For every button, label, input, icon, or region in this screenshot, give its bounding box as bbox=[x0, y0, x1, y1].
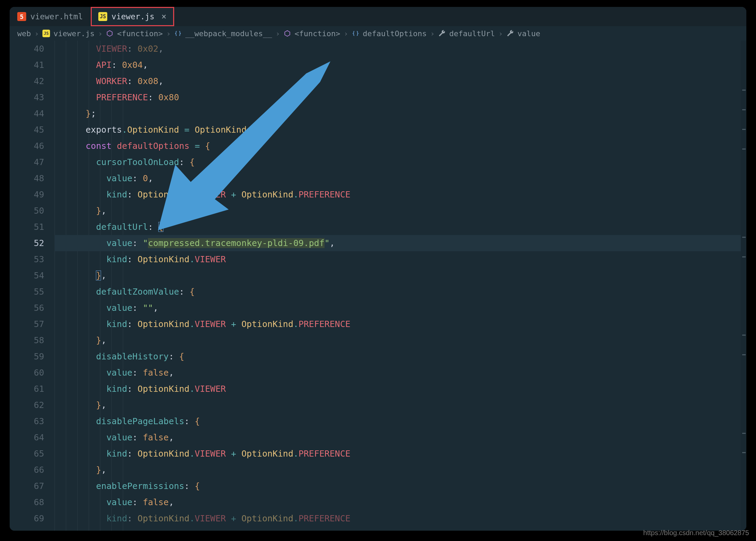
code-line[interactable]: kind: OptionKind.VIEWER + OptionKind.PRE… bbox=[54, 446, 746, 462]
code-line[interactable]: PREFERENCE: 0x80 bbox=[54, 89, 746, 105]
chevron-right-icon: › bbox=[166, 29, 171, 38]
breadcrumb-item[interactable]: web bbox=[17, 29, 31, 38]
code-line[interactable]: }, bbox=[54, 267, 746, 284]
code-line[interactable]: kind: OptionKind.VIEWER bbox=[54, 381, 746, 397]
html-file-icon: 5 bbox=[17, 12, 26, 21]
line-number: 46 bbox=[10, 138, 44, 154]
line-number: 42 bbox=[10, 73, 44, 89]
line-number: 51 bbox=[10, 219, 44, 235]
chevron-right-icon: › bbox=[430, 29, 435, 38]
js-file-icon: JS bbox=[98, 12, 107, 21]
code-line[interactable]: const defaultOptions = { bbox=[54, 138, 746, 154]
code-line[interactable]: disableHistory: { bbox=[54, 348, 746, 365]
tab-label: viewer.js bbox=[111, 12, 155, 21]
minimap-scrollbar[interactable] bbox=[741, 41, 746, 531]
line-number: 41 bbox=[10, 57, 44, 73]
line-number: 54 bbox=[10, 267, 44, 284]
code-line[interactable]: WORKER: 0x08, bbox=[54, 73, 746, 89]
line-number: 40 bbox=[10, 41, 44, 57]
line-number: 45 bbox=[10, 122, 44, 138]
breadcrumb-item[interactable]: <function> bbox=[295, 29, 340, 38]
line-number: 48 bbox=[10, 170, 44, 186]
line-number: 62 bbox=[10, 397, 44, 413]
braces-icon bbox=[352, 30, 359, 37]
line-number: 66 bbox=[10, 462, 44, 478]
cube-icon bbox=[284, 30, 291, 37]
line-number: 53 bbox=[10, 251, 44, 267]
breadcrumb-item[interactable]: defaultUrl bbox=[449, 29, 495, 38]
code-line[interactable]: }, bbox=[54, 332, 746, 348]
code-line[interactable]: }, bbox=[54, 462, 746, 478]
wrench-icon bbox=[438, 30, 446, 37]
line-number: 50 bbox=[10, 203, 44, 219]
braces-icon bbox=[174, 30, 182, 37]
code-line[interactable]: }, bbox=[54, 397, 746, 413]
code-line[interactable]: exports.OptionKind = OptionKind; bbox=[54, 122, 746, 138]
chevron-right-icon: › bbox=[34, 29, 39, 38]
breadcrumb-item[interactable]: value bbox=[517, 29, 540, 38]
code-line[interactable]: VIEWER: 0x02, bbox=[54, 41, 746, 57]
code-line[interactable]: kind: OptionKind.VIEWER bbox=[54, 251, 746, 267]
tab-viewer-html[interactable]: 5viewer.html bbox=[10, 7, 91, 26]
chevron-right-icon: › bbox=[98, 29, 102, 38]
line-number: 57 bbox=[10, 316, 44, 332]
code-line[interactable]: value: false, bbox=[54, 429, 746, 446]
line-number: 69 bbox=[10, 510, 44, 527]
code-area[interactable]: 4041424344454647484950515253545556575859… bbox=[10, 41, 746, 531]
close-icon[interactable]: × bbox=[161, 12, 166, 21]
code-line[interactable]: value: "compressed.tracemonkey-pldi-09.p… bbox=[54, 235, 746, 251]
line-number: 64 bbox=[10, 429, 44, 446]
code-line[interactable]: value: false, bbox=[54, 494, 746, 510]
line-number: 56 bbox=[10, 300, 44, 316]
tab-viewer-js[interactable]: JSviewer.js× bbox=[91, 7, 174, 26]
code-line[interactable]: enablePermissions: { bbox=[54, 478, 746, 494]
code-content[interactable]: VIEWER: 0x02, API: 0x04, WORKER: 0x08, P… bbox=[54, 41, 746, 531]
breadcrumb-item[interactable]: __webpack_modules__ bbox=[185, 29, 272, 38]
watermark-text: https://blog.csdn.net/qq_38062875 bbox=[643, 529, 749, 537]
breadcrumb-item[interactable]: defaultOptions bbox=[363, 29, 427, 38]
line-number: 44 bbox=[10, 105, 44, 122]
line-number: 60 bbox=[10, 365, 44, 381]
line-number: 67 bbox=[10, 478, 44, 494]
code-line[interactable]: cursorToolOnLoad: { bbox=[54, 154, 746, 170]
code-line[interactable]: kind: OptionKind.VIEWER + OptionKind.PRE… bbox=[54, 510, 746, 527]
line-number: 61 bbox=[10, 381, 44, 397]
chevron-right-icon: › bbox=[498, 29, 503, 38]
breadcrumb-item[interactable]: viewer.js bbox=[53, 29, 94, 38]
editor-window: 5viewer.htmlJSviewer.js× web›JSviewer.js… bbox=[10, 7, 746, 531]
chevron-right-icon: › bbox=[276, 29, 280, 38]
line-number: 55 bbox=[10, 284, 44, 300]
line-number: 52 bbox=[10, 235, 44, 251]
line-number: 58 bbox=[10, 332, 44, 348]
line-number: 68 bbox=[10, 494, 44, 510]
wrench-icon bbox=[506, 30, 514, 37]
code-line[interactable]: defaultUrl: { bbox=[54, 219, 746, 235]
code-line[interactable]: }, bbox=[54, 203, 746, 219]
chevron-right-icon: › bbox=[344, 29, 348, 38]
line-number: 63 bbox=[10, 413, 44, 429]
breadcrumb[interactable]: web›JSviewer.js›<function>›__webpack_mod… bbox=[10, 26, 746, 41]
code-line[interactable]: kind: OptionKind.VIEWER + OptionKind.PRE… bbox=[54, 316, 746, 332]
line-number: 65 bbox=[10, 446, 44, 462]
breadcrumb-item[interactable]: <function> bbox=[117, 29, 162, 38]
line-number: 43 bbox=[10, 89, 44, 105]
code-line[interactable]: value: 0, bbox=[54, 170, 746, 186]
code-line[interactable]: }; bbox=[54, 105, 746, 122]
cube-icon bbox=[106, 30, 113, 37]
line-number: 59 bbox=[10, 348, 44, 365]
line-number: 47 bbox=[10, 154, 44, 170]
tab-label: viewer.html bbox=[30, 12, 83, 21]
js-icon: JS bbox=[42, 30, 50, 37]
code-line[interactable]: value: false, bbox=[54, 365, 746, 381]
code-line[interactable]: API: 0x04, bbox=[54, 57, 746, 73]
code-line[interactable]: disablePageLabels: { bbox=[54, 413, 746, 429]
tab-bar: 5viewer.htmlJSviewer.js× bbox=[10, 7, 746, 26]
line-number: 49 bbox=[10, 186, 44, 203]
code-line[interactable]: kind: OptionKind.VIEWER + OptionKind.PRE… bbox=[54, 186, 746, 203]
code-line[interactable]: value: "", bbox=[54, 300, 746, 316]
line-number-gutter: 4041424344454647484950515253545556575859… bbox=[10, 41, 54, 531]
code-line[interactable]: defaultZoomValue: { bbox=[54, 284, 746, 300]
